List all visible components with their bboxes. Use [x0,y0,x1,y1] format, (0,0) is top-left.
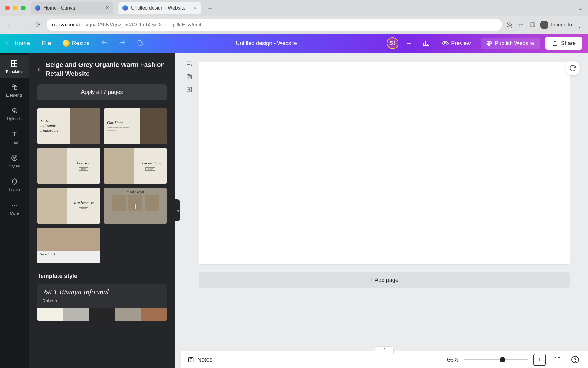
publish-button[interactable]: Publish Website [481,38,540,49]
help-button[interactable] [569,354,581,366]
apply-all-pages-button[interactable]: Apply all 7 pages [37,84,167,100]
zoom-slider-thumb[interactable] [500,357,505,362]
resize-label: Resize [72,40,90,47]
template-style-heading: Template style [37,273,167,279]
upload-icon [552,40,558,46]
canva-favicon-icon [123,5,128,11]
template-page-thumb-4[interactable]: From me to me SHOP [104,148,167,184]
fullscreen-button[interactable] [551,354,564,366]
template-style-card[interactable]: 29LT Riwaya Informal Roboto [37,284,167,321]
notes-button[interactable]: Notes [187,356,213,363]
rail-text[interactable]: T Text [0,125,29,149]
analytics-button[interactable] [420,37,432,49]
resize-button[interactable]: ✦ Resize [60,37,93,49]
zoom-percent[interactable]: 66% [447,356,459,363]
style-primary-font: 29LT Riwaya Informal [42,288,162,296]
add-page-plus-icon: ＋ [131,199,140,212]
cloud-sync-icon[interactable] [134,37,146,49]
home-button[interactable]: Home [11,37,33,49]
incognito-label: Incognito [551,22,572,28]
nav-back-button[interactable]: ← [4,19,15,30]
share-button[interactable]: Share [545,37,582,50]
window-close-dot[interactable] [5,6,10,10]
template-page-thumb-7[interactable]: Get in Touch [37,228,100,263]
add-page-icon[interactable] [184,84,195,95]
tabs-overflow-icon[interactable]: ⌄ [578,4,583,12]
rail-label: Styles [9,164,20,168]
rail-templates[interactable]: Templates [0,55,29,78]
template-page-thumb-2[interactable]: Our Story Lorem ipsum dolor sit amet con… [104,108,167,144]
url-path: /design/DAFNVgs2_p0/f4CFnbQjxDi0TLzjUkjE… [77,22,201,28]
rail-label: More [10,211,19,216]
undo-button[interactable] [98,37,111,49]
bookmark-star-icon[interactable]: ☆ [517,21,525,29]
page-count-badge[interactable]: 1 [533,354,546,366]
rail-elements[interactable]: Elements [0,78,29,102]
pro-crown-icon: ✦ [63,40,70,47]
user-avatar[interactable]: SJ [387,37,398,49]
canvas-page[interactable] [199,62,570,264]
svg-rect-9 [14,87,17,90]
svg-point-11 [13,157,14,158]
file-menu-button[interactable]: File [39,37,54,49]
close-icon[interactable]: × [106,5,109,11]
thumb-caption: Just because [70,201,97,205]
design-title[interactable]: Untitled design - Website [152,40,381,47]
address-bar[interactable]: canva.com/design/DAFNVgs2_p0/f4CFnbQjxDi… [47,19,502,31]
new-tab-button[interactable]: ＋ [206,4,214,12]
kebab-menu-icon[interactable]: ⋮ [575,21,584,29]
template-page-thumb-1[interactable]: Make milestones memorable [37,108,100,144]
window-maximize-dot[interactable] [21,6,26,10]
more-icon: ⋯ [10,201,18,209]
expand-timeline-button[interactable]: ⌃ [375,346,394,354]
close-icon[interactable]: × [193,5,197,11]
back-chevron-icon[interactable]: ‹ [6,39,8,47]
notes-icon [187,356,194,363]
panel-back-button[interactable]: ‹ [37,64,40,74]
logos-icon [10,178,18,186]
publish-label: Publish Website [495,40,534,47]
rail-styles[interactable]: Styles [0,149,29,173]
elements-icon [10,83,18,91]
svg-point-13 [14,159,15,159]
rail-uploads[interactable]: Uploads [0,102,29,125]
browser-tab-title: Untitled design - Website [131,5,190,11]
styles-icon [10,154,18,162]
preview-label: Preview [451,40,471,47]
preview-button[interactable]: Preview [438,37,475,49]
thumb-caption: From me to me [137,161,164,166]
panel-icon[interactable] [528,21,537,29]
browser-tab-home[interactable]: Home - Canva × [31,2,113,14]
rail-more[interactable]: ⋯ More [0,196,29,220]
duplicate-page-icon[interactable] [184,71,195,82]
add-page-button[interactable]: + Add page [199,272,570,288]
style-swatches [37,308,167,321]
refresh-canvas-button[interactable] [565,61,580,75]
rail-label: Text [11,140,18,145]
nav-reload-button[interactable]: ⟳ [32,19,43,30]
redo-button[interactable] [116,37,128,49]
svg-rect-7 [15,64,17,66]
thumb-caption: I do, too [70,161,97,166]
thumb-caption: Our Story [107,121,137,125]
template-page-thumb-3[interactable]: I do, too SHOP [37,148,100,184]
svg-rect-15 [187,75,190,78]
template-page-thumb-6[interactable]: Moone Light ＋ [104,188,167,224]
window-minimize-dot[interactable] [13,6,18,10]
svg-point-2 [444,42,446,44]
svg-rect-4 [12,61,14,63]
template-page-thumb-5[interactable]: Just because SHOP [37,188,100,224]
collapse-panel-button[interactable]: ◂ [175,199,180,221]
color-swatch [89,308,115,321]
browser-tab-design[interactable]: Untitled design - Website × [118,2,201,14]
share-label: Share [561,40,576,47]
notes-toggle-icon[interactable] [184,58,195,69]
svg-rect-5 [15,61,17,63]
rail-logos[interactable]: Logos [0,173,29,196]
uploads-icon [10,107,18,115]
zoom-slider[interactable] [464,359,528,360]
add-collaborator-button[interactable]: ＋ [404,38,414,48]
style-secondary-font: Roboto [42,298,162,303]
nav-forward-button[interactable]: → [18,19,29,30]
eye-off-icon[interactable] [505,21,514,29]
